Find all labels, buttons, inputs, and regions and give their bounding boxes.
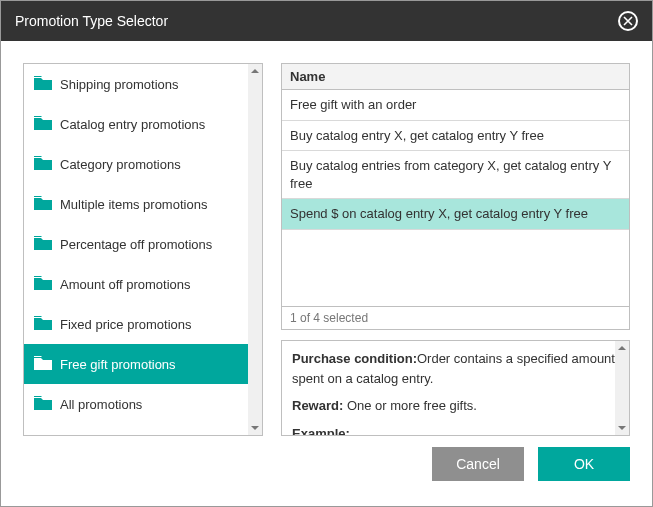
category-list-panel: Shipping promotions Catalog entry promot…: [23, 63, 263, 436]
category-list: Shipping promotions Catalog entry promot…: [24, 64, 262, 435]
folder-icon: [34, 236, 52, 253]
dialog-content: Shipping promotions Catalog entry promot…: [1, 41, 652, 436]
sidebar-item-category-promotions[interactable]: Category promotions: [24, 144, 248, 184]
sidebar-item-label: Catalog entry promotions: [60, 117, 205, 132]
folder-icon: [34, 156, 52, 173]
sidebar-item-label: Shipping promotions: [60, 77, 179, 92]
sidebar-item-free-gift-promotions[interactable]: Free gift promotions: [24, 344, 248, 384]
sidebar-item-label: All promotions: [60, 397, 142, 412]
promotion-grid: Name Free gift with an order Buy catalog…: [281, 63, 630, 330]
sidebar-item-shipping-promotions[interactable]: Shipping promotions: [24, 64, 248, 104]
chevron-down-icon[interactable]: [248, 421, 262, 435]
sidebar-item-fixed-price-promotions[interactable]: Fixed price promotions: [24, 304, 248, 344]
category-list-scrollbar[interactable]: [248, 64, 262, 435]
detail-scrollbar[interactable]: [615, 341, 629, 435]
right-panel: Name Free gift with an order Buy catalog…: [281, 63, 630, 436]
sidebar-item-amount-off-promotions[interactable]: Amount off promotions: [24, 264, 248, 304]
dialog-titlebar: Promotion Type Selector: [1, 1, 652, 41]
sidebar-item-label: Fixed price promotions: [60, 317, 192, 332]
sidebar-item-label: Percentage off promotions: [60, 237, 212, 252]
detail-panel: Purchase condition:Order contains a spec…: [281, 340, 630, 436]
folder-icon: [34, 276, 52, 293]
folder-icon: [34, 356, 52, 373]
chevron-up-icon[interactable]: [248, 64, 262, 78]
grid-row[interactable]: Buy catalog entries from category X, get…: [282, 151, 629, 199]
folder-icon: [34, 116, 52, 133]
ok-button[interactable]: OK: [538, 447, 630, 481]
grid-row[interactable]: Free gift with an order: [282, 90, 629, 121]
grid-row[interactable]: Spend $ on catalog entry X, get catalog …: [282, 199, 629, 230]
sidebar-item-label: Free gift promotions: [60, 357, 176, 372]
detail-purchase-line: Purchase condition:Order contains a spec…: [292, 349, 619, 388]
dialog-title: Promotion Type Selector: [15, 13, 168, 29]
grid-selection-status: 1 of 4 selected: [282, 306, 629, 329]
dialog-footer: Cancel OK: [1, 436, 652, 492]
close-icon[interactable]: [618, 11, 638, 31]
cancel-button[interactable]: Cancel: [432, 447, 524, 481]
grid-body: Free gift with an order Buy catalog entr…: [282, 90, 629, 306]
reward-text: One or more free gifts.: [343, 398, 477, 413]
sidebar-item-label: Amount off promotions: [60, 277, 191, 292]
folder-icon: [34, 76, 52, 93]
folder-icon: [34, 316, 52, 333]
sidebar-item-catalog-entry-promotions[interactable]: Catalog entry promotions: [24, 104, 248, 144]
example-label: Example:: [292, 426, 350, 437]
sidebar-item-multiple-items-promotions[interactable]: Multiple items promotions: [24, 184, 248, 224]
folder-icon: [34, 396, 52, 413]
grid-header-name[interactable]: Name: [282, 64, 629, 90]
grid-row[interactable]: Buy catalog entry X, get catalog entry Y…: [282, 121, 629, 152]
sidebar-item-label: Category promotions: [60, 157, 181, 172]
chevron-up-icon[interactable]: [615, 341, 629, 355]
folder-icon: [34, 196, 52, 213]
detail-example-line: Example:: [292, 424, 619, 437]
sidebar-item-all-promotions[interactable]: All promotions: [24, 384, 248, 424]
sidebar-item-label: Multiple items promotions: [60, 197, 207, 212]
purchase-condition-label: Purchase condition:: [292, 351, 417, 366]
sidebar-item-percentage-off-promotions[interactable]: Percentage off promotions: [24, 224, 248, 264]
detail-reward-line: Reward: One or more free gifts.: [292, 396, 619, 416]
chevron-down-icon[interactable]: [615, 421, 629, 435]
reward-label: Reward:: [292, 398, 343, 413]
